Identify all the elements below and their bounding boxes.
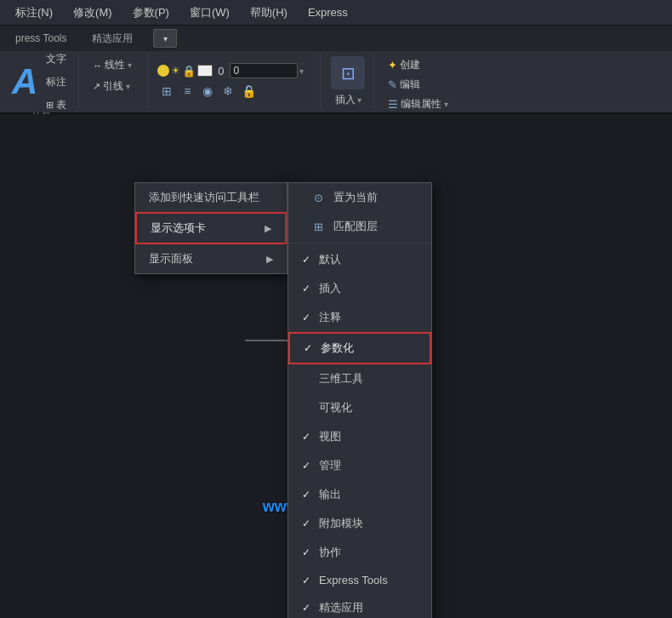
- sub-label-collaborate: 协作: [319, 545, 341, 560]
- linear-btn[interactable]: ↔ 线性 ▾: [88, 56, 141, 74]
- tab-featured-apps[interactable]: 精选应用: [80, 28, 145, 49]
- edit-attrs-btn[interactable]: ☰ 编辑属性 ▾: [383, 95, 453, 113]
- sub-3d-tools[interactable]: 三维工具: [288, 364, 431, 393]
- ctx-show-panel-label: 显示面板: [149, 251, 193, 266]
- sub-addons[interactable]: 附加模块: [288, 509, 431, 538]
- sub-label-match-layer: 匹配图层: [333, 219, 378, 234]
- leader-btn[interactable]: ↗ 引线 ▾: [88, 77, 141, 95]
- insert-group: ⊡ 插入 ▾: [322, 54, 374, 109]
- sub-label-3d-tools: 三维工具: [319, 371, 363, 386]
- text-btn[interactable]: 文字: [41, 50, 71, 68]
- sub-label-output: 输出: [319, 487, 341, 502]
- sub-icon-match-layer: ⊞: [314, 220, 323, 233]
- linear-icon: ↔: [93, 60, 102, 71]
- create-btn[interactable]: ✦ 创建: [383, 56, 453, 74]
- sub-parametric[interactable]: 参数化: [288, 332, 431, 364]
- edit-btn[interactable]: ✎ 编辑: [383, 76, 453, 94]
- sub-label-addons: 附加模块: [319, 516, 363, 531]
- annotation-group: A 文字 标注 ⊞ 表 注释: [5, 54, 79, 109]
- menu-modify[interactable]: 修改(M): [65, 2, 121, 24]
- sub-label-default: 默认: [319, 252, 341, 267]
- edit-attrs-arrow: ▾: [444, 100, 448, 109]
- sub-output[interactable]: 输出: [288, 480, 431, 509]
- sub-express-tools[interactable]: Express Tools: [288, 567, 431, 593]
- insert-arrow: ▾: [357, 95, 362, 105]
- sub-match-layer[interactable]: ⊞ 匹配图层: [288, 212, 431, 241]
- sub-label-set-current: 置为当前: [333, 190, 378, 205]
- sub-label-visualization: 可视化: [319, 400, 352, 415]
- layer-number: 0: [214, 65, 227, 77]
- context-menu: 添加到快速访问工具栏 显示选项卡 ▶ 显示面板 ▶: [134, 182, 288, 274]
- edit-icon: ✎: [388, 78, 397, 91]
- edit-attrs-label: 编辑属性: [401, 97, 441, 112]
- ctx-add-quick-access[interactable]: 添加到快速访问工具栏: [135, 183, 287, 212]
- menu-window[interactable]: 窗口(W): [181, 2, 238, 24]
- layer-lock-icon: 🔒: [242, 84, 256, 98]
- block-tools: ✦ 创建 ✎ 编辑 ☰ 编辑属性 ▾ 块: [376, 54, 460, 109]
- menu-help[interactable]: 帮助(H): [242, 2, 296, 24]
- ribbon: press Tools 精选应用 ▾ A 文字: [0, 26, 672, 114]
- layer-btn-2[interactable]: ≡: [178, 82, 196, 100]
- annotation-btn[interactable]: 标注: [41, 73, 71, 91]
- color-yellow-dot: [157, 65, 169, 77]
- insert-icon[interactable]: ⊡: [331, 56, 365, 89]
- layer-name-field[interactable]: 0: [230, 63, 298, 78]
- sub-icon-set-current: ⊙: [314, 192, 323, 204]
- linear-group: ↔ 线性 ▾ ↗ 引线 ▾: [81, 54, 149, 109]
- lock-icon: 🔒: [182, 65, 196, 77]
- submenu-divider: [288, 243, 431, 243]
- sub-default[interactable]: 默认: [288, 245, 431, 274]
- dropdown-icon: ▾: [163, 34, 168, 43]
- leader-label: 引线: [103, 79, 123, 94]
- sub-label-parametric: 参数化: [321, 340, 354, 356]
- layer-btn-3[interactable]: ◉: [198, 82, 217, 100]
- insert-label: 插入: [335, 93, 356, 107]
- canvas-area[interactable]: CAD百科 www.allfunnies.com 添加到快速访问工具栏 显示选项…: [0, 114, 672, 618]
- sub-view[interactable]: 视图: [288, 422, 431, 451]
- ctx-show-panel[interactable]: 显示面板 ▶: [135, 244, 287, 273]
- sub-featured-apps[interactable]: 精选应用: [288, 593, 431, 618]
- edit-attrs-icon: ☰: [388, 98, 398, 111]
- linear-label: 线性: [105, 58, 125, 72]
- sub-label-annotation: 注释: [319, 310, 341, 325]
- layer-dropdown-arrow: ▾: [299, 66, 304, 76]
- ctx-show-panel-arrow: ▶: [266, 254, 273, 265]
- ctx-add-quick-access-label: 添加到快速访问工具栏: [149, 190, 259, 205]
- tab-bar: press Tools 精选应用 ▾: [0, 26, 672, 51]
- sub-label-manage: 管理: [319, 458, 341, 473]
- layer-props-icon: ⊞: [162, 84, 172, 98]
- text-label: 文字: [46, 52, 66, 66]
- sub-label-insert: 插入: [319, 281, 341, 296]
- sub-collaborate[interactable]: 协作: [288, 538, 431, 567]
- layer-btn-1[interactable]: ⊞: [157, 82, 176, 100]
- ribbon-content: A 文字 标注 ⊞ 表 注释: [0, 51, 672, 112]
- sub-visualization[interactable]: 可视化: [288, 393, 431, 422]
- menu-express[interactable]: Express: [299, 3, 356, 22]
- linear-arrow: ▾: [128, 60, 132, 70]
- leader-icon: ↗: [93, 81, 100, 92]
- layer-btn-5[interactable]: 🔒: [239, 82, 258, 100]
- edit-label: 编辑: [400, 77, 420, 92]
- ribbon-dropdown-btn[interactable]: ▾: [153, 29, 177, 48]
- ctx-show-tab[interactable]: 显示选项卡 ▶: [135, 212, 287, 244]
- sub-insert[interactable]: 插入: [288, 274, 431, 303]
- leader-arrow: ▾: [126, 82, 130, 91]
- menubar: 标注(N) 修改(M) 参数(P) 窗口(W) 帮助(H) Express: [0, 0, 672, 26]
- menu-params[interactable]: 参数(P): [124, 2, 178, 24]
- sub-set-current[interactable]: ⊙ 置为当前: [288, 183, 431, 212]
- layer-match-icon: ≡: [184, 84, 191, 98]
- create-icon: ✦: [388, 59, 397, 72]
- layer-btn-4[interactable]: ❄: [219, 82, 237, 100]
- sub-annotation[interactable]: 注释: [288, 303, 431, 332]
- sub-label-view: 视图: [319, 429, 341, 444]
- layer-set-icon: ◉: [202, 84, 213, 98]
- tab-press-tools[interactable]: press Tools: [3, 29, 78, 48]
- submenu: ⊙ 置为当前 ⊞ 匹配图层 默认 插入 注释 参数化 三维工具: [288, 182, 432, 618]
- sub-manage[interactable]: 管理: [288, 451, 431, 480]
- layer-freeze-icon: ❄: [223, 84, 233, 98]
- color-white-rect: [197, 65, 213, 77]
- table-label: 表: [56, 98, 66, 112]
- menu-annotate[interactable]: 标注(N): [7, 2, 61, 24]
- ctx-show-tab-arrow: ▶: [265, 223, 271, 234]
- sub-label-express-tools: Express Tools: [319, 574, 388, 587]
